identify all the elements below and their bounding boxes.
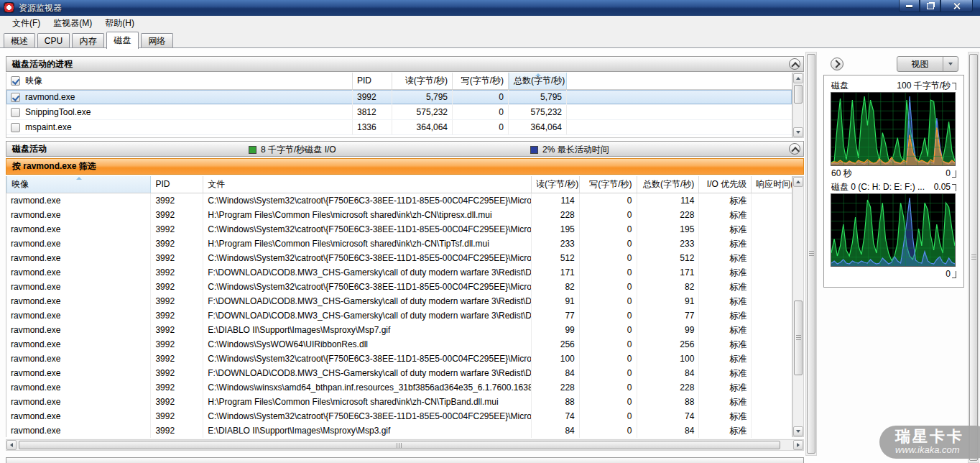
file-activity-row[interactable]: ravmond.exe3992F:\DOWNLOAD\COD8.MW3_CHS-…: [6, 308, 792, 323]
file-activity-row[interactable]: ravmond.exe3992C:\Windows\System32\catro…: [6, 352, 792, 366]
column-header-io-priority[interactable]: I/O 优先级: [699, 176, 752, 193]
column-header-image[interactable]: 映像: [6, 73, 353, 89]
process-row[interactable]: SnippingTool.exe3812575,2320575,232: [6, 105, 792, 120]
total-cell: 171: [637, 265, 700, 280]
file-activity-row[interactable]: ravmond.exe3992H:\Program Files\Common F…: [6, 395, 792, 409]
pid-cell: 3992: [151, 222, 203, 237]
views-dropdown-arrow[interactable]: [943, 57, 958, 71]
tab-network[interactable]: 网络: [141, 33, 173, 47]
io-priority-cell: 标准: [699, 265, 752, 280]
scroll-down-button[interactable]: [793, 426, 803, 436]
file-path-cell: E:\DIABLO II\Support\Images\Msproxy\Msp7…: [203, 323, 532, 337]
file-activity-row[interactable]: ravmond.exe3992H:\Program Files\Common F…: [6, 237, 792, 251]
tab-memory[interactable]: 内存: [72, 33, 104, 47]
file-activity-row[interactable]: ravmond.exe3992F:\DOWNLOAD\COD8.MW3_CHS-…: [6, 366, 792, 380]
scroll-right-button[interactable]: [793, 440, 803, 450]
file-activity-row[interactable]: ravmond.exe3992C:\Windows\System32\catro…: [6, 409, 792, 423]
chart1-x-label: 60 秒: [831, 168, 958, 179]
response-time-cell: [752, 337, 792, 352]
response-time-cell: [752, 323, 792, 337]
file-path-cell: F:\DOWNLOAD\COD8.MW3_CHS-Gamersky\call o…: [203, 265, 532, 280]
file-activity-row[interactable]: ravmond.exe3992C:\Windows\System32\catro…: [6, 280, 792, 294]
read-cell: 364,064: [392, 120, 453, 134]
column-header-write[interactable]: 写(字节/秒): [453, 73, 509, 89]
io-priority-cell: 标准: [699, 237, 752, 251]
menu-file[interactable]: 文件(F): [6, 16, 47, 31]
close-button[interactable]: [940, 0, 973, 12]
response-time-cell: [752, 208, 792, 222]
process-row[interactable]: mspaint.exe1336364,0640364,064: [6, 120, 792, 135]
resource-monitor-window: 资源监视器 文件(F) 监视器(M) 帮助(H) 概述 CPU 内存 磁盘 网络…: [0, 0, 980, 463]
tab-disk[interactable]: 磁盘: [106, 32, 139, 49]
activity-table-scrollbar[interactable]: [792, 176, 804, 437]
file-activity-row[interactable]: ravmond.exe3992F:\DOWNLOAD\COD8.MW3_CHS-…: [6, 265, 792, 280]
file-activity-row[interactable]: ravmond.exe3992E:\DIABLO II\Support\Imag…: [6, 323, 792, 337]
column-header-read[interactable]: 读(字节/秒): [392, 73, 453, 89]
minimize-button[interactable]: [899, 0, 920, 12]
charts-box: 磁盘 100 千字节/秒 60 秒 0 磁盘 0 (C: H: D: E: F:…: [823, 75, 964, 288]
column-header-file[interactable]: 文件: [203, 176, 532, 193]
views-button[interactable]: 视图: [897, 56, 958, 72]
horizontal-scrollbar[interactable]: [6, 439, 804, 451]
thumb-grip: [809, 251, 814, 257]
scroll-up-button[interactable]: [793, 177, 803, 187]
processes-table-scrollbar[interactable]: [792, 73, 804, 138]
read-cell: 575,232: [392, 105, 453, 119]
column-header-read[interactable]: 读(字节/秒): [532, 176, 580, 193]
file-activity-row[interactable]: ravmond.exe3992C:\Windows\System32\catro…: [6, 193, 792, 208]
scroll-up-button[interactable]: [793, 73, 803, 83]
read-cell: 512: [532, 251, 580, 265]
file-activity-row[interactable]: ravmond.exe3992C:\Windows\winsxs\amd64_b…: [6, 380, 792, 395]
process-checkbox[interactable]: [11, 108, 20, 117]
collapse-section-button[interactable]: [789, 143, 800, 155]
collapse-panel-button[interactable]: [831, 58, 843, 70]
io-priority-cell: 标准: [699, 294, 752, 308]
filter-banner[interactable]: 按 ravmond.exe 筛选: [6, 158, 804, 175]
write-cell: 0: [453, 105, 509, 119]
column-header-write[interactable]: 写(字节/秒): [580, 176, 637, 193]
menu-help[interactable]: 帮助(H): [98, 16, 141, 31]
menu-bar: 文件(F) 监视器(M) 帮助(H): [0, 16, 980, 31]
panel-scrollbar[interactable]: [968, 52, 979, 463]
file-activity-row[interactable]: ravmond.exe3992H:\Program Files\Common F…: [6, 208, 792, 222]
scroll-left-button[interactable]: [6, 440, 17, 450]
scrollbar-thumb[interactable]: [19, 441, 780, 449]
scrollbar-thumb[interactable]: [969, 54, 978, 461]
tab-cpu[interactable]: CPU: [37, 33, 70, 47]
image-cell: ravmond.exe: [6, 308, 151, 323]
column-header-image[interactable]: 映像: [6, 176, 151, 193]
pid-cell: 3992: [151, 423, 203, 438]
read-cell: 82: [532, 280, 580, 294]
process-checkbox[interactable]: [11, 123, 20, 132]
write-cell: 0: [580, 409, 637, 423]
collapse-section-button[interactable]: [789, 58, 800, 70]
scrollbar-thumb[interactable]: [794, 85, 803, 104]
process-row[interactable]: ravmond.exe39925,79505,795: [6, 90, 792, 105]
tab-overview[interactable]: 概述: [4, 33, 35, 47]
scroll-down-button[interactable]: [793, 127, 803, 137]
scrollbar-thumb[interactable]: [794, 301, 803, 375]
column-header-response-time[interactable]: 响应时间(: [752, 176, 792, 193]
image-cell: ravmond.exe: [6, 352, 151, 366]
read-cell: 233: [532, 237, 580, 251]
scrollbar-thumb[interactable]: [807, 54, 815, 454]
column-header-pid[interactable]: PID: [151, 176, 203, 193]
filler-cell: [567, 120, 792, 134]
file-activity-row[interactable]: ravmond.exe3992C:\Windows\SysWOW64\UIRib…: [6, 337, 792, 352]
column-header-total[interactable]: 总数(字节/秒): [637, 176, 700, 193]
column-header-total[interactable]: 总数(字节/秒): [509, 73, 567, 89]
file-activity-row[interactable]: ravmond.exe3992C:\Windows\System32\catro…: [6, 222, 792, 237]
filler-cell: [567, 105, 792, 119]
select-all-checkbox[interactable]: [11, 76, 20, 86]
image-cell: ravmond.exe: [6, 366, 151, 380]
file-activity-row[interactable]: ravmond.exe3992C:\Windows\System32\catro…: [6, 251, 792, 265]
file-activity-row[interactable]: ravmond.exe3992F:\DOWNLOAD\COD8.MW3_CHS-…: [6, 294, 792, 308]
menu-monitor[interactable]: 监视器(M): [47, 16, 98, 31]
active-time-legend-swatch: [530, 146, 538, 154]
restore-button[interactable]: [920, 0, 940, 12]
column-header-pid[interactable]: PID: [353, 73, 392, 89]
image-cell: ravmond.exe: [6, 380, 151, 395]
pane-scrollbar[interactable]: [805, 52, 817, 456]
file-activity-row[interactable]: ravmond.exe3992E:\DIABLO II\Support\Imag…: [6, 423, 792, 438]
process-checkbox[interactable]: [11, 93, 20, 102]
